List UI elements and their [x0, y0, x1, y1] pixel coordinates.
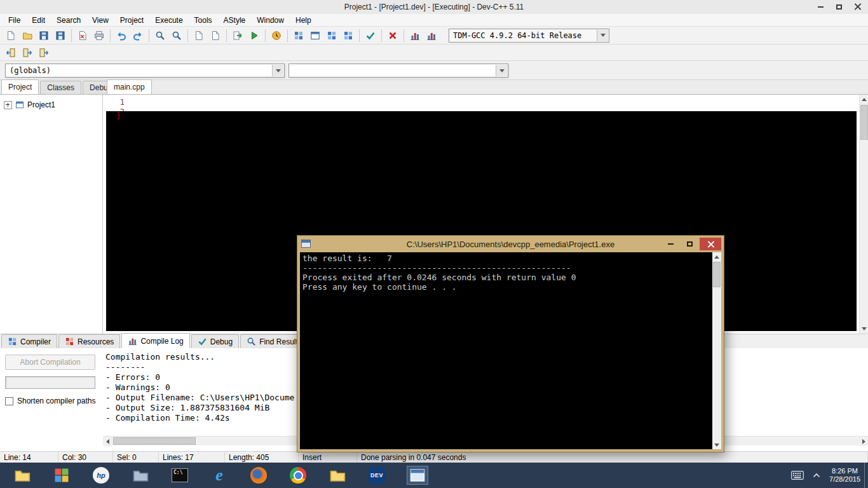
console-maximize-button[interactable] [681, 238, 699, 250]
menu-item-astyle[interactable]: AStyle [218, 14, 252, 26]
scroll-left-icon[interactable] [103, 437, 112, 446]
console-scrollbar[interactable] [712, 252, 721, 449]
chevron-down-icon[interactable] [272, 65, 283, 76]
scrollbar-thumb[interactable] [713, 262, 721, 287]
scroll-up-icon[interactable] [860, 95, 868, 104]
chevron-down-icon[interactable] [597, 30, 608, 41]
scroll-down-icon[interactable] [860, 324, 868, 334]
bottom-tab-compile-log[interactable]: Compile Log [121, 333, 189, 348]
compile-icon[interactable] [229, 27, 246, 44]
compile-run-icon[interactable] [290, 27, 307, 44]
tab-project[interactable]: Project [1, 79, 39, 94]
new-source-icon[interactable] [3, 27, 19, 44]
status-segment: Done parsing in 0.047 seconds [357, 452, 868, 463]
status-bar: Line: 14Col: 30Sel: 0Lines: 17Length: 40… [0, 451, 868, 463]
menu-item-help[interactable]: Help [290, 14, 317, 26]
console-window[interactable]: C:\Users\HP1\Documents\devcpp_eemedia\Pr… [297, 235, 724, 452]
swap-header-source-icon[interactable] [207, 27, 224, 44]
compiler-combo[interactable]: TDM-GCC 4.9.2 64-bit Release [449, 29, 609, 43]
print-icon[interactable] [91, 27, 107, 44]
chevron-down-icon[interactable] [496, 65, 507, 76]
compile-log-output: Compilation results...--------- Errors: … [105, 352, 294, 423]
menu-item-execute[interactable]: Execute [149, 14, 188, 26]
goto-back-icon[interactable] [3, 44, 19, 61]
resources-tab-icon [65, 337, 74, 346]
tree-item-project1[interactable]: Project1 [0, 99, 102, 111]
save-all-icon[interactable] [52, 27, 69, 44]
compile-log-icon[interactable] [407, 27, 423, 44]
pinned-app-icon[interactable] [52, 466, 71, 485]
taskbar-clock[interactable]: 8:26 PM 7/28/2015 [829, 467, 860, 484]
chrome-icon[interactable] [288, 466, 308, 485]
touch-keyboard-icon[interactable] [791, 471, 804, 480]
minimize-button[interactable] [811, 0, 830, 13]
hp-support-icon[interactable]: hp [92, 466, 111, 485]
file-explorer-icon[interactable] [13, 466, 32, 485]
console-close-button[interactable] [700, 238, 721, 250]
tree-expand-icon[interactable] [4, 101, 12, 109]
hidden-icons-chevron[interactable] [813, 473, 820, 478]
maximize-button[interactable] [830, 0, 848, 13]
menu-item-project[interactable]: Project [114, 14, 149, 26]
bottom-tab-debug[interactable]: Debug [191, 334, 239, 348]
project-options-icon[interactable] [340, 27, 356, 44]
compile-log-line: - Warnings: 0 [105, 383, 294, 393]
console-body[interactable]: the result is: 7------------------------… [300, 252, 721, 449]
members-combo[interactable] [288, 64, 508, 78]
menu-item-file[interactable]: File [3, 14, 26, 26]
undo-icon[interactable] [113, 27, 130, 44]
code-token: } [116, 111, 121, 120]
scroll-up-icon[interactable] [712, 252, 721, 261]
bottom-tab-resources[interactable]: Resources [58, 334, 120, 348]
abort-compilation-button[interactable]: Abort Compilation [5, 355, 95, 370]
save-icon[interactable] [36, 27, 52, 44]
menu-item-search[interactable]: Search [51, 14, 86, 26]
max-glyph-icon [836, 4, 842, 10]
redo-icon[interactable] [130, 27, 146, 44]
close-glyph-icon [707, 241, 714, 248]
syntax-check-icon[interactable] [362, 27, 379, 44]
menu-item-edit[interactable]: Edit [26, 14, 51, 26]
profile-icon[interactable] [268, 27, 285, 44]
globals-combo[interactable]: (globals) [5, 64, 285, 78]
new-project-icon[interactable] [323, 27, 340, 44]
tray-date: 7/28/2015 [829, 475, 860, 484]
abort-compilation-icon[interactable] [384, 27, 401, 44]
scroll-right-icon[interactable] [859, 437, 868, 446]
line-number[interactable]: 1 [104, 98, 129, 107]
rebuild-all-icon[interactable] [307, 27, 323, 44]
console-title-bar[interactable]: C:\Users\HP1\Documents\devcpp_eemedia\Pr… [297, 236, 724, 252]
code-line[interactable]: 1#include <iostream> [104, 98, 859, 107]
documents-folder-icon[interactable] [328, 466, 347, 485]
scrollbar-thumb[interactable] [113, 437, 196, 445]
close-file-icon[interactable] [74, 27, 91, 44]
menu-item-window[interactable]: Window [251, 14, 290, 26]
close-button[interactable] [848, 0, 867, 13]
show-desktop-button[interactable] [864, 463, 868, 488]
shorten-paths-checkbox[interactable] [5, 397, 13, 405]
find-in-files-icon[interactable] [168, 27, 185, 44]
goto-forward-icon[interactable] [36, 44, 52, 61]
scroll-down-icon[interactable] [712, 440, 721, 449]
libraries-folder-icon[interactable] [131, 466, 150, 485]
toolbar-separator [287, 29, 288, 42]
running-console-app-icon[interactable] [407, 466, 428, 485]
dev-cpp-icon[interactable]: DEV [367, 466, 386, 485]
find-icon[interactable] [152, 27, 168, 44]
editor-tab-main-cpp[interactable]: main.cpp [107, 79, 152, 94]
menu-item-tools[interactable]: Tools [189, 14, 218, 26]
menu-item-view[interactable]: View [86, 14, 114, 26]
open-icon[interactable] [19, 27, 36, 44]
editor-vertical-scrollbar[interactable] [859, 95, 868, 334]
scrollbar-thumb[interactable] [860, 105, 868, 140]
goto-line-icon[interactable] [191, 27, 207, 44]
internet-explorer-icon[interactable]: e [210, 466, 229, 485]
command-prompt-icon[interactable]: C:\ [170, 466, 189, 485]
tab-classes[interactable]: Classes [40, 81, 81, 94]
console-minimize-button[interactable] [661, 238, 680, 250]
run-to-cursor-icon[interactable] [19, 44, 36, 61]
firefox-icon[interactable] [249, 466, 268, 485]
bottom-tab-compiler[interactable]: Compiler [1, 334, 57, 348]
profiling-log-icon[interactable] [423, 27, 440, 44]
run-icon[interactable] [246, 27, 262, 44]
